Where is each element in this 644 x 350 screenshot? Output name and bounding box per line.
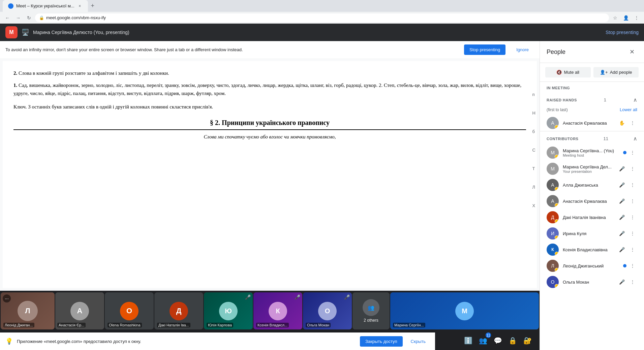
mic-off-icon-1[interactable]: 🎤 bbox=[617, 164, 626, 173]
contributor-more-2[interactable]: ⋮ bbox=[628, 180, 637, 190]
contributor-more-8[interactable]: ⋮ bbox=[628, 277, 637, 287]
stop-presenting-button[interactable]: Stop presenting bbox=[464, 44, 505, 55]
raised-hands-count: 1 bbox=[604, 97, 606, 102]
hide-button[interactable]: Скрыть bbox=[407, 336, 430, 347]
more-options-icon[interactable]: ⋮ bbox=[632, 13, 641, 23]
new-tab-button[interactable]: + bbox=[88, 1, 97, 11]
contributor-more-3[interactable]: ⋮ bbox=[628, 196, 637, 206]
mic-off-icon-4[interactable]: 🎤 bbox=[617, 213, 626, 222]
verified-badge-1: Анастасія Єр... bbox=[57, 323, 86, 327]
contributor-more-0[interactable]: ⋮ bbox=[628, 148, 637, 157]
back-button[interactable]: ← bbox=[3, 13, 12, 23]
contributor-row-5[interactable]: И Ирина Куля 🎤 ⋮ bbox=[540, 225, 644, 242]
contributor-row-2[interactable]: А Алла Джиганська 🎤 ⋮ bbox=[540, 177, 644, 193]
tab-bar: Meet – Курси української м... × + bbox=[0, 0, 644, 12]
raised-hands-header: Raised hands 1 ∧ bbox=[540, 93, 644, 106]
lower-all-button[interactable]: Lower all bbox=[620, 107, 637, 112]
participant-tile-5[interactable]: К 🎤 Ксенія Владисл... bbox=[253, 292, 302, 329]
participant-tile-2[interactable]: O Olena Romashkina bbox=[105, 292, 154, 329]
contributor-row-7[interactable]: Л Леонід Джиганський ⋮ bbox=[540, 258, 644, 274]
blue-dot-0 bbox=[623, 151, 626, 154]
url-text: meet.google.com/vbm-nsxu-ify bbox=[46, 15, 106, 20]
contributors-toggle[interactable]: ∧ bbox=[633, 135, 637, 142]
section-divider-area: § 2. Принципи українського правопису Сло… bbox=[13, 119, 526, 141]
name-label-0: Леонід Джиган... bbox=[3, 323, 34, 327]
nav-bar: ← → ↻ 🔒 meet.google.com/vbm-nsxu-ify ☆ 👤… bbox=[0, 12, 644, 24]
participant-tile-6[interactable]: О 🎤 Ольга Мокан bbox=[303, 292, 352, 329]
contributor-info-4: Дакі Наталія Іванівна bbox=[563, 215, 613, 220]
mute-all-button[interactable]: 🔇 Mute all bbox=[545, 67, 591, 77]
contributor-more-6[interactable]: ⋮ bbox=[628, 245, 637, 254]
mic-off-icon-3[interactable]: 🎤 bbox=[617, 196, 626, 206]
in-meeting-header: IN MEETING bbox=[540, 82, 644, 93]
first-to-last-label: (first to last) bbox=[547, 107, 568, 112]
contributor-row-4[interactable]: Д Дакі Наталія Іванівна 🎤 ⋮ bbox=[540, 209, 644, 225]
address-bar[interactable]: 🔒 meet.google.com/vbm-nsxu-ify bbox=[35, 13, 609, 22]
bookmark-icon[interactable]: ☆ bbox=[610, 13, 620, 23]
mic-off-icon-8[interactable]: 🎤 bbox=[617, 277, 626, 287]
active-tab[interactable]: Meet – Курси української м... × bbox=[3, 0, 88, 12]
avatar-4: Ю bbox=[219, 302, 238, 320]
contributor-more-1[interactable]: ⋮ bbox=[628, 164, 637, 173]
mic-off-icon-2[interactable]: 🎤 bbox=[617, 180, 626, 190]
close-sidebar-button[interactable]: ✕ bbox=[626, 46, 637, 57]
yellow-badge-6 bbox=[555, 252, 559, 256]
add-people-button[interactable]: 👤+ Add people bbox=[593, 67, 639, 77]
forward-button[interactable]: → bbox=[13, 13, 23, 23]
mic-muted-icon-4: 🎤 bbox=[245, 294, 251, 300]
grant-access-button[interactable]: Закрыть доступ bbox=[360, 336, 403, 347]
participant-tile-4[interactable]: Ю 🎤 Юлія Карпова bbox=[204, 292, 253, 329]
contributor-more-5[interactable]: ⋮ bbox=[628, 229, 637, 238]
raised-hand-row[interactable]: А Анастасія Єрмалаєва ✋ ⋮ bbox=[540, 115, 644, 131]
stop-presenting-link[interactable]: Stop presenting bbox=[606, 30, 639, 35]
yellow-badge-8 bbox=[555, 284, 559, 288]
refresh-button[interactable]: ↻ bbox=[24, 13, 34, 23]
profile-icon[interactable]: 👤 bbox=[621, 13, 631, 23]
ignore-button[interactable]: Ignore bbox=[511, 44, 534, 55]
meet-logo: M bbox=[5, 26, 18, 38]
blue-dot-7 bbox=[623, 264, 626, 267]
mic-off-icon-6[interactable]: 🎤 bbox=[617, 245, 626, 254]
info-icon[interactable]: ℹ️ bbox=[461, 334, 475, 347]
participants-icon[interactable]: 👥 11 bbox=[476, 334, 490, 347]
infinity-warning-bold: To avoid an infinity mirror, don't share… bbox=[5, 47, 243, 52]
in-meeting-label: IN MEETING bbox=[547, 86, 570, 90]
contributor-actions-5: 🎤 ⋮ bbox=[617, 229, 637, 238]
lock-icon: 🔒 bbox=[39, 15, 44, 20]
contributor-row-3[interactable]: А Анастасія Єрмалаєва 🎤 ⋮ bbox=[540, 193, 644, 209]
contributor-row-1[interactable]: М Марина Сергіївна Дел... Your presentat… bbox=[540, 161, 644, 177]
participant-tile-1[interactable]: А Анастасія Єр... bbox=[55, 292, 104, 329]
sidebar-content: IN MEETING Raised hands 1 ∧ (first to la… bbox=[540, 82, 644, 350]
hand-lower-icon[interactable]: ✋ bbox=[617, 118, 626, 128]
yellow-badge bbox=[555, 125, 559, 129]
yellow-badge-7 bbox=[555, 268, 559, 272]
participant-tile-8[interactable]: М Марина Сергіїн... bbox=[390, 292, 539, 329]
security-icon[interactable]: 🔐 bbox=[521, 334, 534, 347]
contributor-avatar-7: Л bbox=[547, 260, 559, 272]
notification-text: Приложение «meet.google.com» предоставил… bbox=[17, 339, 356, 344]
contributor-more-7[interactable]: ⋮ bbox=[628, 261, 637, 271]
contributors-count: 11 bbox=[603, 136, 608, 141]
activities-icon[interactable]: 🔒 bbox=[506, 334, 519, 347]
raised-hands-toggle[interactable]: ∧ bbox=[633, 97, 637, 103]
avatar-6: О bbox=[318, 302, 337, 320]
contributor-row-0[interactable]: М Марина Сергіївна... (You) Meeting host… bbox=[540, 145, 644, 161]
avatar-1: А bbox=[70, 302, 89, 320]
raised-hand-more-icon[interactable]: ⋮ bbox=[628, 118, 637, 128]
contributor-row-8[interactable]: О Ольга Мокан 🎤 ⋮ bbox=[540, 274, 644, 290]
people-sidebar: People ✕ 🔇 Mute all 👤+ Add people IN MEE… bbox=[540, 41, 644, 350]
participant-tile-0[interactable]: Л ··· Леонід Джиган... bbox=[1, 292, 55, 329]
contributor-more-4[interactable]: ⋮ bbox=[628, 213, 637, 222]
contributor-row-6[interactable]: К Ксенія Владиславівна 🎤 ⋮ bbox=[540, 242, 644, 258]
mic-off-icon-5[interactable]: 🎤 bbox=[617, 229, 626, 238]
participant-tile-7[interactable]: 👥 2 others bbox=[352, 292, 390, 329]
name-label-4: Юлія Карпова bbox=[207, 323, 233, 327]
presentation-area: To avoid an infinity mirror, don't share… bbox=[0, 41, 540, 350]
doc-side-labels: п Н б С Т Л Х bbox=[532, 92, 535, 208]
contributor-name-5: Ирина Куля bbox=[563, 231, 613, 236]
dots-menu-0[interactable]: ··· bbox=[3, 294, 11, 303]
participant-tile-3[interactable]: Д Дакі Наталія Іва... bbox=[154, 292, 203, 329]
chat-icon[interactable]: 💬 bbox=[491, 334, 504, 347]
meet-main: To avoid an infinity mirror, don't share… bbox=[0, 41, 644, 350]
tab-close-button[interactable]: × bbox=[77, 3, 83, 9]
